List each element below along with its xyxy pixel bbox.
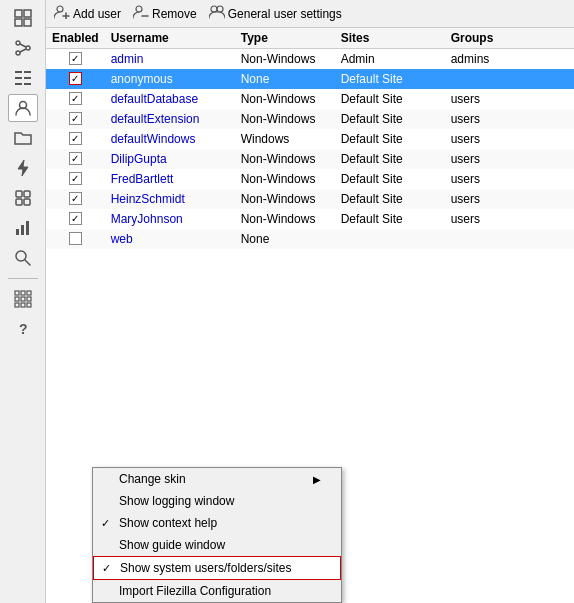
table-row[interactable]: adminNon-WindowsAdminadmins [46, 49, 574, 69]
enabled-checkbox[interactable] [69, 172, 82, 185]
enabled-checkbox[interactable] [69, 92, 82, 105]
enabled-cell [46, 149, 105, 169]
table-row[interactable]: HeinzSchmidtNon-WindowsDefault Siteusers [46, 189, 574, 209]
toolbar: Add user Remove General user settings [46, 0, 574, 28]
table-row[interactable]: anonymousNoneDefault Site [46, 69, 574, 89]
svg-rect-20 [24, 199, 30, 205]
remove-label: Remove [152, 7, 197, 21]
table-row[interactable]: DilipGuptaNon-WindowsDefault Siteusers [46, 149, 574, 169]
remove-icon [133, 5, 149, 22]
enabled-cell [46, 189, 105, 209]
remove-button[interactable]: Remove [133, 5, 197, 22]
svg-point-39 [136, 6, 142, 12]
type-cell: None [235, 69, 335, 89]
username-cell[interactable]: defaultDatabase [105, 89, 235, 109]
enabled-checkbox[interactable] [69, 192, 82, 205]
type-cell: Non-Windows [235, 189, 335, 209]
enabled-cell [46, 209, 105, 229]
sites-cell [335, 229, 445, 249]
col-header-type: Type [235, 28, 335, 49]
enabled-checkbox[interactable] [69, 72, 82, 85]
groups-cell: users [445, 149, 574, 169]
username-cell[interactable]: anonymous [105, 69, 235, 89]
username-cell[interactable]: defaultExtension [105, 109, 235, 129]
check-mark: ✓ [101, 517, 115, 530]
svg-rect-29 [15, 297, 19, 301]
context-menu-label: Show guide window [119, 538, 321, 552]
groups-cell: admins [445, 49, 574, 69]
context-menu-label: Show system users/folders/sites [120, 561, 320, 575]
username-cell[interactable]: FredBartlett [105, 169, 235, 189]
username-cell[interactable]: admin [105, 49, 235, 69]
username-cell[interactable]: defaultWindows [105, 129, 235, 149]
svg-rect-34 [27, 303, 31, 307]
svg-rect-9 [15, 71, 22, 73]
table-row[interactable]: FredBartlettNon-WindowsDefault Siteusers [46, 169, 574, 189]
sidebar-apps-icon[interactable] [8, 285, 38, 313]
enabled-cell [46, 169, 105, 189]
enabled-checkbox[interactable] [69, 232, 82, 245]
sidebar-lightning-icon[interactable] [8, 154, 38, 182]
sidebar-search-icon[interactable] [8, 244, 38, 272]
username-cell[interactable]: HeinzSchmidt [105, 189, 235, 209]
groups-cell: users [445, 189, 574, 209]
username-cell[interactable]: DilipGupta [105, 149, 235, 169]
sidebar-divider-1 [8, 278, 38, 279]
table-row[interactable]: webNone [46, 229, 574, 249]
enabled-checkbox[interactable] [69, 112, 82, 125]
sidebar-grid-icon[interactable] [8, 4, 38, 32]
context-menu-item-show-context[interactable]: ✓Show context help [93, 512, 341, 534]
table-row[interactable]: MaryJohnsonNon-WindowsDefault Siteusers [46, 209, 574, 229]
table-row[interactable]: defaultWindowsWindowsDefault Siteusers [46, 129, 574, 149]
enabled-checkbox[interactable] [69, 132, 82, 145]
table-row[interactable]: defaultExtensionNon-WindowsDefault Siteu… [46, 109, 574, 129]
sidebar-folder-icon[interactable] [8, 124, 38, 152]
svg-marker-16 [18, 160, 28, 176]
svg-rect-33 [21, 303, 25, 307]
sidebar-list-icon[interactable] [8, 64, 38, 92]
context-menu-item-show-guide[interactable]: Show guide window [93, 534, 341, 556]
context-menu-item-import-filezilla[interactable]: Import Filezilla Configuration [93, 580, 341, 602]
add-user-label: Add user [73, 7, 121, 21]
groups-cell: users [445, 209, 574, 229]
context-menu[interactable]: Change skin▶Show logging window✓Show con… [92, 467, 342, 603]
svg-point-5 [26, 46, 30, 50]
context-menu-label: Show context help [119, 516, 321, 530]
groups-cell: users [445, 129, 574, 149]
sidebar-user-icon[interactable] [8, 94, 38, 122]
groups-cell: users [445, 169, 574, 189]
username-cell[interactable]: MaryJohnson [105, 209, 235, 229]
sites-cell: Default Site [335, 209, 445, 229]
svg-rect-17 [16, 191, 22, 197]
svg-point-6 [16, 51, 20, 55]
add-user-button[interactable]: Add user [54, 5, 121, 22]
type-cell: Non-Windows [235, 89, 335, 109]
sidebar-chart-icon[interactable] [8, 214, 38, 242]
sites-cell: Default Site [335, 149, 445, 169]
users-table: Enabled Username Type Sites Groups admin… [46, 28, 574, 249]
sites-cell: Admin [335, 49, 445, 69]
sidebar-share-icon[interactable] [8, 34, 38, 62]
svg-rect-1 [24, 10, 31, 17]
context-menu-item-show-logging[interactable]: Show logging window [93, 490, 341, 512]
sidebar: ? [0, 0, 46, 603]
username-cell[interactable]: web [105, 229, 235, 249]
svg-rect-10 [24, 71, 31, 73]
svg-rect-13 [15, 83, 22, 85]
enabled-checkbox[interactable] [69, 52, 82, 65]
sites-cell: Default Site [335, 189, 445, 209]
svg-line-8 [20, 49, 26, 52]
sidebar-question-icon[interactable]: ? [8, 315, 38, 343]
submenu-arrow-icon: ▶ [313, 474, 321, 485]
svg-rect-27 [21, 291, 25, 295]
context-menu-item-show-system[interactable]: ✓Show system users/folders/sites [93, 556, 341, 580]
sidebar-puzzle-icon[interactable] [8, 184, 38, 212]
general-settings-button[interactable]: General user settings [209, 5, 342, 22]
general-settings-icon [209, 5, 225, 22]
enabled-checkbox[interactable] [69, 212, 82, 225]
svg-line-25 [25, 260, 30, 265]
enabled-checkbox[interactable] [69, 152, 82, 165]
main-content: Add user Remove General user settings [46, 0, 574, 603]
context-menu-item-change-skin[interactable]: Change skin▶ [93, 468, 341, 490]
table-row[interactable]: defaultDatabaseNon-WindowsDefault Siteus… [46, 89, 574, 109]
